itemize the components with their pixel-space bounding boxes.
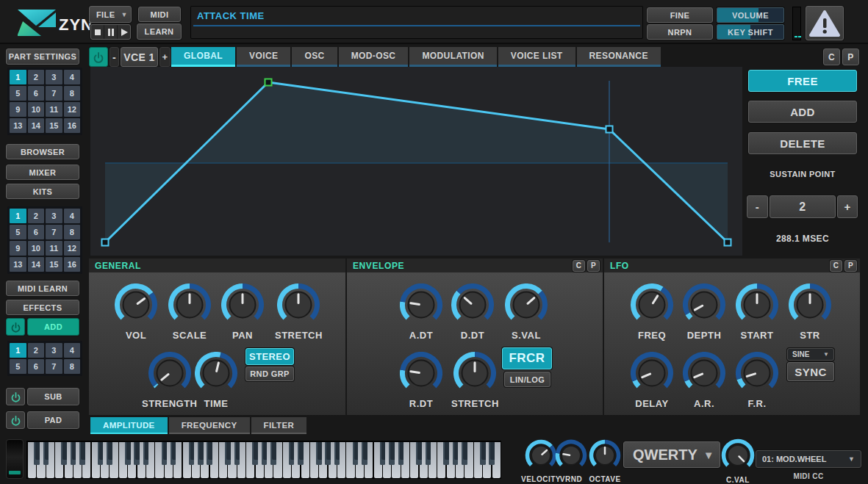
lfo-depth-knob[interactable]: DEPTH — [683, 283, 725, 341]
black-key[interactable] — [171, 442, 176, 465]
black-key[interactable] — [462, 442, 467, 465]
black-key[interactable] — [198, 442, 204, 465]
knob-dial[interactable] — [721, 438, 755, 472]
knob-dial[interactable] — [736, 283, 778, 326]
grid-cell-12[interactable]: 12 — [64, 241, 81, 256]
envelope-copy-button[interactable]: C — [573, 260, 585, 272]
grid-cell-7[interactable]: 7 — [46, 359, 62, 374]
grid-cell-3[interactable]: 3 — [46, 70, 62, 84]
nrpn-button[interactable]: NRPN — [647, 24, 713, 40]
tab-global[interactable]: GLOBAL — [171, 47, 235, 67]
grid-cell-11[interactable]: 11 — [46, 241, 62, 256]
lfo-copy-button[interactable]: C — [830, 260, 842, 272]
black-key[interactable] — [362, 442, 367, 465]
black-key[interactable] — [189, 442, 195, 465]
attack-time-knob[interactable]: A.DT — [400, 283, 442, 341]
knob-dial[interactable] — [525, 439, 557, 472]
grid-cell-1[interactable]: 1 — [10, 343, 26, 358]
grid-cell-3[interactable]: 3 — [46, 209, 62, 223]
knob-dial[interactable] — [115, 283, 157, 326]
browser-button[interactable]: BROWSER — [6, 144, 79, 159]
knob-dial[interactable] — [453, 352, 496, 394]
black-key[interactable] — [252, 442, 258, 465]
grid-cell-2[interactable]: 2 — [28, 209, 45, 223]
black-key[interactable] — [262, 442, 268, 465]
knob-dial[interactable] — [789, 283, 831, 326]
grid-cell-8[interactable]: 8 — [64, 225, 81, 239]
knob-dial[interactable] — [683, 283, 725, 326]
knob-dial[interactable] — [168, 283, 211, 326]
sub-synth-button[interactable]: SUB — [27, 388, 79, 405]
envelope-editor-canvas[interactable] — [90, 67, 742, 256]
envelope-point-3[interactable] — [725, 239, 731, 246]
sub-synth-power-button[interactable] — [6, 388, 25, 405]
knob-dial[interactable] — [631, 283, 673, 326]
lfo-paste-button[interactable]: P — [844, 260, 857, 272]
sustain-value-box[interactable]: 2 — [770, 195, 836, 218]
tab-mod-osc[interactable]: MOD-OSC — [339, 47, 409, 67]
time-knob[interactable]: TIME — [195, 352, 237, 409]
grid-cell-4[interactable]: 4 — [64, 70, 81, 84]
black-key[interactable] — [143, 442, 149, 465]
grid-cell-14[interactable]: 14 — [28, 257, 45, 272]
midi-learn-button[interactable]: MIDI LEARN — [6, 281, 79, 296]
black-key[interactable] — [134, 442, 140, 465]
grid-cell-5[interactable]: 5 — [10, 225, 26, 239]
learn-button[interactable]: LEARN — [137, 24, 182, 40]
virtual-keyboard[interactable] — [26, 441, 501, 479]
tab-filter[interactable]: FILTER — [251, 417, 307, 434]
grid-cell-16[interactable]: 16 — [64, 257, 81, 272]
env-stretch-knob[interactable]: STRETCH — [451, 352, 499, 409]
grid-cell-1[interactable]: 1 — [10, 209, 26, 223]
grid-cell-15[interactable]: 15 — [46, 118, 62, 133]
play-button[interactable] — [118, 25, 130, 39]
midi-button[interactable]: MIDI — [138, 7, 181, 22]
knob-dial[interactable] — [589, 439, 621, 472]
strength-knob[interactable]: STRENGTH — [142, 352, 198, 409]
sustain-value-knob[interactable]: S.VAL — [505, 283, 548, 341]
lfo-start-knob[interactable]: START — [736, 283, 778, 341]
item-select-grid[interactable]: 12345678 — [7, 341, 82, 376]
black-key[interactable] — [398, 442, 404, 465]
grid-cell-6[interactable]: 6 — [28, 359, 45, 374]
cval-knob[interactable]: C.VAL — [721, 438, 755, 484]
envelope-editor[interactable] — [90, 67, 742, 256]
grid-cell-9[interactable]: 9 — [10, 102, 26, 117]
fine-button[interactable]: FINE — [647, 7, 713, 23]
panic-button[interactable] — [806, 6, 844, 40]
midi-cc-dropdown[interactable]: 01: MOD.WHEEL ▼ — [756, 450, 861, 468]
voice-power-button[interactable] — [89, 47, 108, 67]
black-key[interactable] — [353, 442, 359, 465]
grid-cell-14[interactable]: 14 — [28, 118, 45, 133]
keyboard-layout-dropdown[interactable]: QWERTY ▼ — [623, 441, 720, 468]
grid-cell-9[interactable]: 9 — [10, 241, 26, 256]
black-key[interactable] — [61, 442, 67, 465]
delete-point-button[interactable]: DELETE — [748, 132, 857, 154]
tab-voice-list[interactable]: VOICE LIST — [498, 47, 575, 67]
sustain-increment-button[interactable]: + — [837, 195, 858, 218]
envelope-point-2[interactable] — [606, 126, 613, 133]
octave-knob[interactable]: OCTAVE — [589, 439, 621, 483]
black-key[interactable] — [426, 442, 431, 465]
grid-cell-16[interactable]: 16 — [64, 118, 81, 133]
black-key[interactable] — [71, 442, 76, 465]
grid-cell-6[interactable]: 6 — [28, 225, 45, 239]
black-key[interactable] — [234, 442, 240, 465]
grid-cell-13[interactable]: 13 — [10, 118, 26, 133]
stop-button[interactable] — [91, 25, 104, 39]
lin-log-toggle-button[interactable]: LIN/LOG — [504, 372, 550, 387]
grid-cell-10[interactable]: 10 — [28, 102, 45, 117]
grid-cell-6[interactable]: 6 — [28, 86, 45, 101]
grid-cell-4[interactable]: 4 — [64, 209, 81, 223]
lfo-fr-knob[interactable]: F.R. — [736, 352, 778, 409]
stretch-knob[interactable]: STRETCH — [275, 283, 323, 341]
grid-cell-1[interactable]: 1 — [10, 70, 26, 84]
lfo-delay-knob[interactable]: DELAY — [631, 352, 673, 409]
black-key[interactable] — [325, 442, 331, 465]
kit-select-grid[interactable]: 12345678910111213141516 — [7, 206, 82, 274]
tab-frequency[interactable]: FREQUENCY — [169, 417, 250, 434]
black-key[interactable] — [334, 442, 340, 465]
add-point-button[interactable]: ADD — [748, 101, 857, 123]
pitch-wheel[interactable] — [6, 439, 24, 479]
black-key[interactable] — [225, 442, 231, 465]
